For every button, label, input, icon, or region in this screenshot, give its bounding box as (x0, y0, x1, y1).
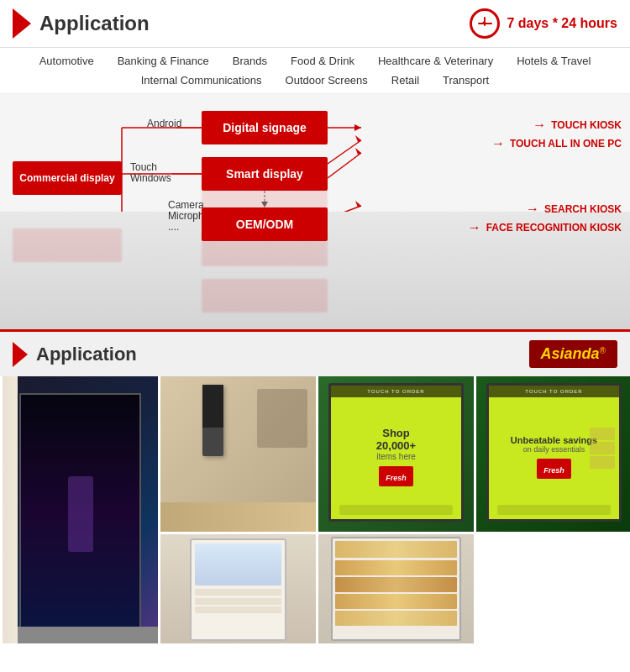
header-triangle (13, 8, 31, 39)
label-touch: Touch (130, 161, 157, 173)
photo-grid: TOUCH TO ORDER Shop 20,000+ items here F… (0, 376, 630, 646)
brand-name: Asianda (541, 345, 600, 362)
label-camera: Camera (168, 199, 204, 211)
diagram-reflections (0, 212, 630, 329)
photo-vending-machine (318, 534, 474, 643)
nav-food[interactable]: Food & Drink (287, 53, 358, 69)
photo-shop-kiosk: TOUCH TO ORDER Shop 20,000+ items here F… (318, 376, 474, 532)
header-time-label: 7 days * 24 hours (507, 16, 617, 31)
bottom-title-area: Application (13, 342, 137, 367)
photo-1-screen (19, 393, 141, 635)
photo-3-sub: items here (376, 452, 416, 461)
photo-clothing-store (160, 376, 316, 532)
box-commercial-display: Commercial display (13, 161, 122, 195)
brand-symbol: ® (600, 346, 606, 355)
brand-badge: Asianda® (529, 340, 617, 368)
label-windows: Windows (130, 172, 171, 184)
box-digital-signage: Digital signage (202, 111, 328, 144)
page-title: Application (39, 12, 470, 35)
header-bar: Application 7 days * 24 hours (0, 0, 630, 48)
photo-3-main: Shop (382, 427, 410, 439)
nav-hotels[interactable]: Hotels & Travel (513, 53, 594, 69)
label-android: Android (147, 118, 181, 129)
photo-3-touch-order: TOUCH TO ORDER (331, 386, 461, 397)
nav-internal[interactable]: Internal Communications (138, 72, 265, 88)
nav-bar: Automotive Banking & Finance Brands Food… (0, 48, 630, 94)
bottom-header: Application Asianda® (0, 332, 630, 376)
nav-outdoor[interactable]: Outdoor Screens (282, 72, 371, 88)
clock-icon (470, 8, 500, 39)
photo-4-main: Unbeatable savings (511, 435, 597, 445)
bottom-section: Application Asianda® (0, 329, 630, 646)
nav-retail[interactable]: Retail (388, 72, 423, 88)
photo-4-sub: on daily essentials (523, 445, 585, 454)
label-touch-kiosk: TOUCH KIOSK (533, 118, 622, 133)
bottom-triangle (13, 342, 28, 367)
nav-transport[interactable]: Transport (439, 72, 492, 88)
photo-savings-kiosk: TOUCH TO ORDER Unbeatable savings on dai… (476, 376, 630, 532)
diagram-section: Commercial display Android Digital signa… (0, 94, 630, 329)
photo-4-touch-order: TOUCH TO ORDER (489, 386, 619, 397)
bottom-title: Application (36, 344, 137, 365)
nav-healthcare[interactable]: Healthcare & Veterinary (375, 53, 496, 69)
photo-3-count: 20,000+ (376, 439, 416, 452)
photo-store-display (3, 376, 158, 643)
nav-banking[interactable]: Banking & Finance (114, 53, 213, 69)
photo-indoor-unit (160, 534, 316, 643)
photo-1-shelf (3, 627, 158, 643)
nav-automotive[interactable]: Automotive (36, 53, 97, 69)
label-touch-all: TOUCH ALL IN ONE PC (491, 136, 622, 151)
nav-brands[interactable]: Brands (229, 53, 270, 69)
